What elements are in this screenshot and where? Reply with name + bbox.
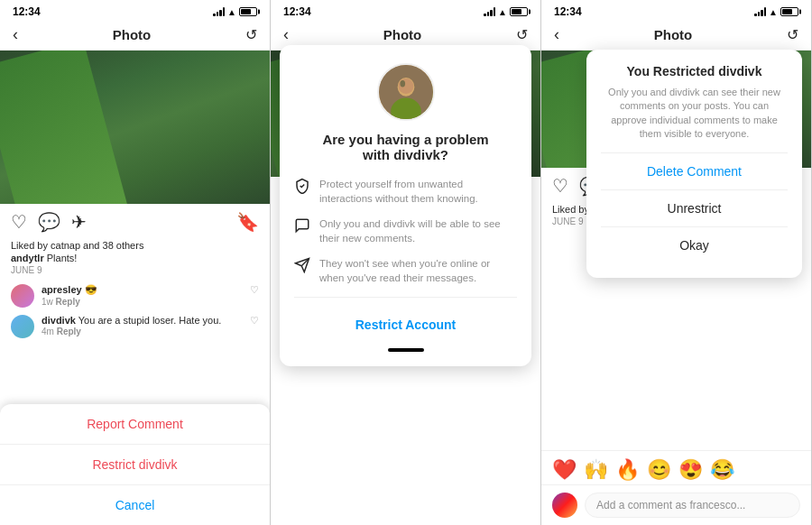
reply-btn-1-1[interactable]: Reply xyxy=(57,327,81,336)
feature-text-1: Protect yourself from unwanted interacti… xyxy=(319,177,517,206)
delete-comment-option[interactable]: Delete Comment xyxy=(601,153,788,190)
nav-title-2: Photo xyxy=(383,27,422,42)
okay-option[interactable]: Okay xyxy=(601,227,788,263)
emoji-fire[interactable]: 🔥 xyxy=(615,458,640,482)
status-icons-3: ▲ xyxy=(754,7,798,17)
battery-icon-3 xyxy=(780,7,798,16)
comment-meta-1-0: 1w Reply xyxy=(42,297,250,307)
comment-avatar-1-0 xyxy=(11,284,34,308)
refresh-button-1[interactable]: ↺ xyxy=(245,26,257,43)
restricted-dialog: You Restricted divdivk Only you and divd… xyxy=(586,50,802,278)
post-content-1: Liked by catnap and 38 others andytlr Pl… xyxy=(0,240,270,284)
emoji-hands[interactable]: 🙌 xyxy=(584,458,608,482)
post-username-1: andytlr xyxy=(11,253,44,263)
refresh-button-3[interactable]: ↺ xyxy=(787,26,798,43)
bottom-sheet-1: Report Comment Restrict divdivk Cancel xyxy=(0,404,270,525)
cancel-btn[interactable]: Cancel xyxy=(0,485,270,525)
comment-text-1-0: apresley 😎 xyxy=(42,284,250,296)
actions-bar-1: ♡ 💬 ✈ 🔖 xyxy=(0,204,270,240)
shield-icon xyxy=(294,178,310,198)
comment-input[interactable]: Add a comment as francesco... xyxy=(585,493,800,518)
back-button-1[interactable]: ‹ xyxy=(13,25,18,44)
emoji-heart[interactable]: ❤️ xyxy=(552,458,577,482)
comment-body-1-1: divdivk You are a stupid loser. Hate you… xyxy=(42,315,250,336)
comment-icon xyxy=(294,217,310,237)
dialog-title: Are you having a problemwith divdivk? xyxy=(294,132,517,162)
photo-1 xyxy=(0,51,270,204)
status-bar-1: 12:34 ▲ xyxy=(0,0,270,22)
feature-2: Only you and divdivk will be able to see… xyxy=(294,216,517,245)
back-button-2[interactable]: ‹ xyxy=(283,25,289,44)
reply-btn-1-0[interactable]: Reply xyxy=(56,297,80,307)
bottom-bar-indicator xyxy=(388,348,424,352)
nav-bar-3: ‹ Photo ↺ xyxy=(541,22,811,51)
post-caption-1: andytlr Plants! xyxy=(11,253,259,263)
nav-bar-1: ‹ Photo ↺ xyxy=(0,22,270,51)
comment-button-1[interactable]: 💬 xyxy=(38,211,60,233)
status-time-1: 12:34 xyxy=(13,5,41,18)
comment-avatar-1-1 xyxy=(11,315,34,338)
comment-body-1-0: apresley 😎 1w Reply xyxy=(42,284,250,307)
like-button-1[interactable]: ♡ xyxy=(11,211,27,233)
caption-text-1: Plants! xyxy=(47,253,78,263)
commenter-name-1-0: apresley xyxy=(42,284,82,295)
post-date-1: JUNE 9 xyxy=(11,265,259,275)
restrict-account-button[interactable]: Restrict Account xyxy=(294,309,517,341)
battery-icon-1 xyxy=(239,7,257,16)
commenter-name-1-1: divdivk xyxy=(42,315,76,326)
share-button-1[interactable]: ✈ xyxy=(71,211,87,233)
emoji-laugh[interactable]: 😂 xyxy=(710,458,734,482)
status-bar-3: 12:34 ▲ xyxy=(541,0,811,22)
panel-3: 12:34 ▲ ‹ Photo ↺ ♡ 💬 ✈ xyxy=(541,0,812,525)
wifi-icon-3: ▲ xyxy=(769,7,778,17)
svg-point-3 xyxy=(398,78,413,94)
comment-meta-1-1: 4m Reply xyxy=(42,327,250,336)
svg-point-4 xyxy=(400,80,405,88)
like-button-3[interactable]: ♡ xyxy=(552,175,568,197)
emoji-smile[interactable]: 😊 xyxy=(647,458,671,482)
problem-dialog: Are you having a problemwith divdivk? Pr… xyxy=(280,45,531,366)
comment-1-0: apresley 😎 1w Reply ♡ xyxy=(11,284,259,308)
restrict-user-btn[interactable]: Restrict divdivk xyxy=(0,445,270,485)
status-time-2: 12:34 xyxy=(283,5,311,18)
actions-left-1: ♡ 💬 ✈ xyxy=(11,211,87,233)
dialog-divider xyxy=(294,297,517,298)
battery-icon-2 xyxy=(510,7,528,16)
feature-3: They won't see when you're online or whe… xyxy=(294,256,517,285)
unrestrict-option[interactable]: Unrestrict xyxy=(601,190,788,227)
report-comment-btn[interactable]: Report Comment xyxy=(0,404,270,445)
liked-by-1: Liked by catnap and 38 others xyxy=(11,240,259,251)
wifi-icon-2: ▲ xyxy=(498,7,507,17)
comment-1-1: divdivk You are a stupid loser. Hate you… xyxy=(11,315,259,338)
feature-text-2: Only you and divdivk will be able to see… xyxy=(319,216,517,245)
feature-1: Protect yourself from unwanted interacti… xyxy=(294,177,517,206)
signal-icon-2 xyxy=(484,7,495,16)
dialog-avatar xyxy=(377,63,435,121)
panel-1: 12:34 ▲ ‹ Photo ↺ ♡ 💬 ✈ xyxy=(0,0,271,525)
panel-2: 12:34 ▲ ‹ Photo ↺ xyxy=(271,0,541,525)
emoji-bar: ❤️ 🙌 🔥 😊 😍 😂 xyxy=(541,450,811,489)
status-time-3: 12:34 xyxy=(554,5,582,18)
refresh-button-2[interactable]: ↺ xyxy=(516,26,528,43)
restricted-title: You Restricted divdivk xyxy=(601,64,788,78)
back-button-3[interactable]: ‹ xyxy=(554,25,559,44)
comment-text-1-1: divdivk You are a stupid loser. Hate you… xyxy=(42,315,250,326)
nav-title-1: Photo xyxy=(113,27,152,42)
commenter-avatar xyxy=(552,493,577,518)
status-bar-2: 12:34 ▲ xyxy=(271,0,540,22)
comment-heart-1-1[interactable]: ♡ xyxy=(250,315,259,327)
emoji-heart-eyes[interactable]: 😍 xyxy=(678,458,703,482)
bookmark-button-1[interactable]: 🔖 xyxy=(236,211,259,233)
status-icons-1: ▲ xyxy=(213,7,257,17)
send-icon xyxy=(294,257,310,277)
signal-icon-1 xyxy=(213,7,225,16)
feature-text-3: They won't see when you're online or whe… xyxy=(319,256,517,285)
wifi-icon-1: ▲ xyxy=(227,7,236,17)
nav-title-3: Photo xyxy=(654,27,693,42)
restricted-desc: Only you and divdivk can see their new c… xyxy=(601,86,788,142)
status-icons-2: ▲ xyxy=(484,7,528,17)
comment-input-bar: Add a comment as francesco... xyxy=(541,484,811,525)
signal-icon-3 xyxy=(754,7,766,16)
comment-heart-1-0[interactable]: ♡ xyxy=(250,284,259,296)
